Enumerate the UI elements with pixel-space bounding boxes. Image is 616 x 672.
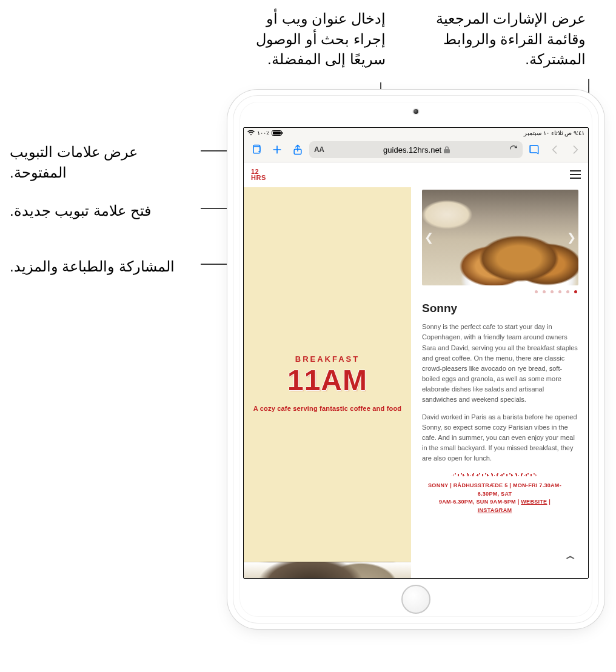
- forward-button[interactable]: [566, 141, 584, 159]
- callout-bookmarks: عرض الإشارات المرجعية وقائمة القراءة وال…: [413, 8, 586, 70]
- home-button[interactable]: [401, 585, 430, 614]
- divider-squiggle: [422, 472, 567, 478]
- callout-share: المشاركة والطباعة والمزيد.: [10, 256, 198, 277]
- left-subcopy: A cozy cafe serving fantastic coffee and…: [253, 405, 402, 412]
- left-pane: BREAKFAST 11AM A cozy cafe serving fanta…: [244, 187, 411, 579]
- back-button[interactable]: [546, 141, 564, 159]
- info-hours-2: 9AM-6.30PM, SUN 9AM-5PM: [439, 499, 516, 505]
- url-bar[interactable]: AA guides.12hrs.net: [309, 141, 523, 158]
- info-address: RÅDHUSSTRÆDE 5: [454, 482, 508, 488]
- share-button[interactable]: [289, 141, 307, 159]
- hero-image[interactable]: ❮ ❯: [422, 190, 578, 285]
- front-camera: [413, 109, 418, 114]
- wifi-icon: [247, 130, 255, 136]
- scroll-top-icon[interactable]: ⌃: [562, 554, 578, 567]
- carousel-dots[interactable]: [422, 290, 578, 293]
- reload-button[interactable]: [509, 145, 518, 155]
- article-p1: Sonny is the perfect cafe to start your …: [422, 322, 578, 404]
- status-bar: ٩:٤١ ص ثلاثاء ١٠ سبتمبر ١٠٠٪: [244, 128, 588, 138]
- ipad-frame: ٩:٤١ ص ثلاثاء ١٠ سبتمبر ١٠٠٪: [233, 96, 598, 623]
- tabs-button[interactable]: [247, 141, 266, 159]
- svg-rect-2: [283, 132, 284, 134]
- lock-icon: [444, 146, 450, 153]
- battery-icon: [272, 130, 284, 136]
- new-tab-button[interactable]: [268, 141, 286, 159]
- left-headline: 11AM: [287, 366, 367, 395]
- callout-urlbar: إدخال عنوان ويب أو إجراء بحث أو الوصول س…: [234, 8, 386, 70]
- safari-toolbar: AA guides.12hrs.net: [244, 138, 588, 162]
- info-website-link[interactable]: WEBSITE: [521, 499, 547, 505]
- address-value: guides.12hrs.net: [383, 145, 441, 155]
- callout-tabs: عرض علامات التبويب المفتوحة.: [10, 142, 198, 182]
- screen: ٩:٤١ ص ثلاثاء ١٠ سبتمبر ١٠٠٪: [243, 127, 589, 579]
- carousel-next-icon[interactable]: ❯: [567, 231, 576, 244]
- bookmarks-button[interactable]: [525, 141, 543, 159]
- article-p2: David worked in Paris as a barista befor…: [422, 412, 578, 464]
- reader-aa-button[interactable]: AA: [314, 145, 324, 154]
- site-header: 12 HRS: [244, 162, 588, 187]
- menu-button[interactable]: [570, 170, 581, 179]
- right-pane: ❮ ❯ Sonny Sonny is the perfect cafe to s…: [411, 187, 588, 579]
- left-tag: BREAKFAST: [295, 354, 360, 364]
- page-content: BREAKFAST 11AM A cozy cafe serving fanta…: [244, 187, 588, 579]
- info-line: SONNY | RÅDHUSSTRÆDE 5 | MON-FRI 7.30AM-…: [422, 482, 567, 514]
- carousel-prev-icon[interactable]: ❮: [424, 231, 434, 244]
- battery-percent: ١٠٠٪: [257, 130, 269, 136]
- status-time: ٩:٤١ ص ثلاثاء ١٠ سبتمبر: [524, 130, 584, 136]
- article-title: Sonny: [422, 299, 578, 317]
- svg-rect-1: [273, 131, 281, 135]
- svg-rect-3: [253, 147, 260, 153]
- info-instagram-link[interactable]: INSTAGRAM: [478, 507, 512, 513]
- site-logo[interactable]: 12 HRS: [251, 168, 266, 181]
- callout-newtab: فتح علامة تبويب جديدة.: [10, 201, 198, 221]
- address-text[interactable]: guides.12hrs.net: [327, 145, 506, 155]
- article: Sonny Sonny is the perfect cafe to start…: [422, 299, 578, 464]
- logo-line-2: HRS: [251, 175, 266, 181]
- info-name: SONNY: [428, 482, 448, 488]
- left-bottom-image: [244, 562, 411, 579]
